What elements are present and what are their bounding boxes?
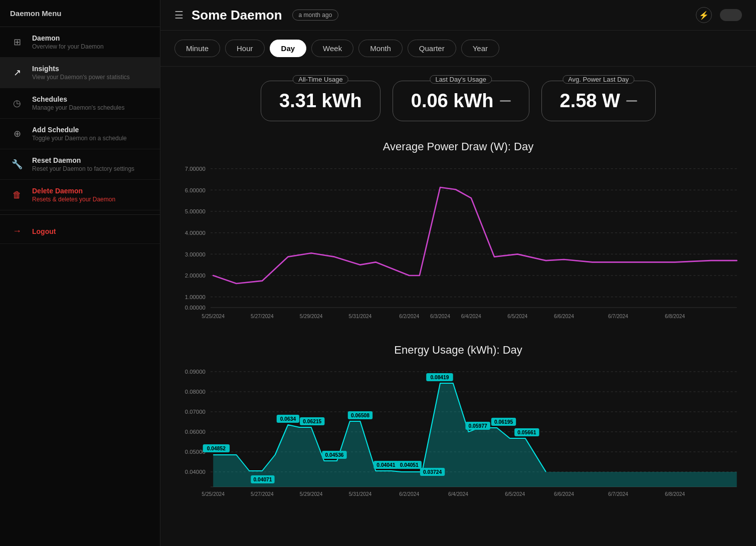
stat-label-avg-power-last-day: Avg. Power Last Day bbox=[562, 75, 634, 84]
time-tabs-container: MinuteHourDayWeekMonthQuarterYear bbox=[160, 31, 756, 67]
svg-text:0.05000: 0.05000 bbox=[185, 449, 206, 455]
tab-minute[interactable]: Minute bbox=[174, 40, 220, 57]
stats-row: All-Time Usage 3.31 kWh Last Day's Usage… bbox=[160, 67, 756, 135]
power-draw-chart-section: Average Power Draw (W): Day 7.00000 6.00… bbox=[174, 140, 742, 324]
svg-text:6/3/2024: 6/3/2024 bbox=[430, 314, 450, 319]
sidebar-item-sublabel-insights: View your Daemon's power statistics bbox=[32, 74, 130, 81]
stat-card-all-time-usage: All-Time Usage 3.31 kWh bbox=[261, 81, 381, 121]
svg-text:1.00000: 1.00000 bbox=[185, 294, 206, 300]
svg-text:6/7/2024: 6/7/2024 bbox=[608, 491, 628, 497]
sidebar-item-sublabel-add-schedule: Toggle your Daemon on a schedule bbox=[32, 135, 127, 142]
delete-daemon-icon: 🗑 bbox=[10, 190, 24, 200]
svg-text:0.06508: 0.06508 bbox=[351, 413, 369, 418]
power-draw-chart-title: Average Power Draw (W): Day bbox=[174, 140, 742, 153]
svg-text:0.05977: 0.05977 bbox=[469, 423, 487, 429]
page-title: Some Daemon bbox=[192, 8, 282, 23]
svg-text:0.04000: 0.04000 bbox=[185, 469, 206, 475]
energy-usage-chart: 0.09000 0.08000 0.07000 0.06000 0.05000 … bbox=[174, 367, 742, 507]
sidebar-item-sublabel-daemon: Overview for your Daemon bbox=[32, 43, 104, 50]
energy-usage-chart-title: Energy Usage (kWh): Day bbox=[174, 344, 742, 357]
charts-container: Average Power Draw (W): Day 7.00000 6.00… bbox=[160, 135, 756, 546]
power-button[interactable]: ⚡ bbox=[696, 7, 712, 23]
sidebar: Daemon Menu ⊞ Daemon Overview for your D… bbox=[0, 0, 160, 546]
svg-text:6/4/2024: 6/4/2024 bbox=[461, 314, 481, 319]
sidebar-item-schedules[interactable]: ◷ Schedules Manage your Daemon's schedul… bbox=[0, 88, 160, 119]
sidebar-title: Daemon Menu bbox=[0, 0, 160, 27]
svg-text:0.06215: 0.06215 bbox=[303, 419, 321, 424]
svg-text:0.07000: 0.07000 bbox=[185, 409, 206, 415]
energy-usage-svg: 0.09000 0.08000 0.07000 0.06000 0.05000 … bbox=[174, 367, 742, 507]
svg-text:5/25/2024: 5/25/2024 bbox=[202, 491, 225, 497]
svg-text:6/2/2024: 6/2/2024 bbox=[399, 314, 419, 319]
svg-text:5/27/2024: 5/27/2024 bbox=[251, 314, 274, 319]
svg-text:0.05661: 0.05661 bbox=[517, 430, 536, 435]
svg-text:6/6/2024: 6/6/2024 bbox=[554, 491, 574, 497]
svg-text:0.04536: 0.04536 bbox=[325, 452, 343, 458]
svg-text:6/5/2024: 6/5/2024 bbox=[507, 314, 527, 319]
svg-text:5/31/2024: 5/31/2024 bbox=[349, 491, 372, 497]
main-content: ☰ Some Daemon a month ago ⚡ MinuteHourDa… bbox=[160, 0, 756, 546]
sidebar-item-label-insights: Insights bbox=[32, 65, 130, 73]
svg-text:6/8/2024: 6/8/2024 bbox=[665, 314, 685, 319]
power-draw-svg: 7.00000 6.00000 5.00000 4.00000 3.00000 … bbox=[174, 163, 742, 324]
svg-text:5/25/2024: 5/25/2024 bbox=[202, 314, 225, 319]
daemon-icon: ⊞ bbox=[10, 37, 24, 48]
sidebar-item-add-schedule[interactable]: ⊕ Add Schedule Toggle your Daemon on a s… bbox=[0, 119, 160, 149]
sidebar-item-sublabel-schedules: Manage your Daemon's schedules bbox=[32, 104, 124, 111]
tab-week[interactable]: Week bbox=[311, 40, 353, 57]
tab-hour[interactable]: Hour bbox=[225, 40, 265, 57]
svg-text:5/29/2024: 5/29/2024 bbox=[300, 314, 323, 319]
sidebar-item-daemon[interactable]: ⊞ Daemon Overview for your Daemon bbox=[0, 27, 160, 58]
svg-text:0.04852: 0.04852 bbox=[207, 446, 226, 451]
sidebar-item-label-delete-daemon: Delete Daemon bbox=[32, 187, 115, 195]
svg-text:2.00000: 2.00000 bbox=[185, 272, 206, 279]
svg-text:0.04051: 0.04051 bbox=[400, 462, 419, 468]
svg-text:5/31/2024: 5/31/2024 bbox=[349, 314, 372, 319]
header: ☰ Some Daemon a month ago ⚡ bbox=[160, 0, 756, 31]
tab-year[interactable]: Year bbox=[461, 40, 499, 57]
svg-text:0.08419: 0.08419 bbox=[430, 375, 449, 380]
sidebar-item-delete-daemon[interactable]: 🗑 Delete Daemon Resets & deletes your Da… bbox=[0, 180, 160, 210]
svg-text:5/29/2024: 5/29/2024 bbox=[300, 491, 323, 497]
sidebar-item-insights[interactable]: ↗ Insights View your Daemon's power stat… bbox=[0, 58, 160, 88]
svg-text:0.06195: 0.06195 bbox=[494, 419, 513, 425]
svg-text:6/7/2024: 6/7/2024 bbox=[608, 314, 628, 319]
svg-text:3.00000: 3.00000 bbox=[185, 251, 206, 257]
svg-text:5.00000: 5.00000 bbox=[185, 208, 206, 214]
sidebar-divider bbox=[0, 214, 160, 215]
add-schedule-icon: ⊕ bbox=[10, 128, 24, 139]
svg-text:4.00000: 4.00000 bbox=[185, 230, 206, 236]
stat-label-all-time-usage: All-Time Usage bbox=[293, 75, 348, 84]
stat-value-all-time-usage: 3.31 kWh bbox=[279, 90, 362, 112]
toggle-switch[interactable] bbox=[720, 9, 742, 21]
svg-text:0.06000: 0.06000 bbox=[185, 429, 206, 435]
svg-text:0.08000: 0.08000 bbox=[185, 389, 206, 395]
insights-icon: ↗ bbox=[10, 67, 24, 78]
stat-label-last-day-usage: Last Day's Usage bbox=[430, 75, 491, 84]
power-draw-chart: 7.00000 6.00000 5.00000 4.00000 3.00000 … bbox=[174, 163, 742, 324]
svg-text:0.0634: 0.0634 bbox=[280, 416, 296, 422]
svg-text:7.00000: 7.00000 bbox=[185, 166, 206, 172]
stat-value-avg-power-last-day: 2.58 W bbox=[560, 90, 637, 112]
svg-text:5/27/2024: 5/27/2024 bbox=[251, 491, 274, 497]
sidebar-item-label-logout: Logout bbox=[32, 227, 56, 235]
svg-text:6.00000: 6.00000 bbox=[185, 187, 206, 193]
stat-card-last-day-usage: Last Day's Usage 0.06 kWh bbox=[393, 81, 529, 121]
svg-text:6/4/2024: 6/4/2024 bbox=[448, 491, 468, 497]
energy-usage-chart-section: Energy Usage (kWh): Day 0.09000 0.08000 … bbox=[174, 344, 742, 507]
reset-daemon-icon: 🔧 bbox=[10, 159, 24, 170]
svg-text:0.03724: 0.03724 bbox=[423, 469, 442, 475]
stat-card-avg-power-last-day: Avg. Power Last Day 2.58 W bbox=[541, 81, 656, 121]
tab-day[interactable]: Day bbox=[270, 40, 307, 57]
tab-quarter[interactable]: Quarter bbox=[408, 40, 456, 57]
svg-text:6/5/2024: 6/5/2024 bbox=[505, 491, 525, 497]
sidebar-item-sublabel-reset-daemon: Reset your Daemon to factory settings bbox=[32, 165, 134, 172]
svg-text:0.04071: 0.04071 bbox=[253, 477, 272, 482]
sidebar-item-reset-daemon[interactable]: 🔧 Reset Daemon Reset your Daemon to fact… bbox=[0, 149, 160, 180]
stat-dash-last-day-usage bbox=[500, 100, 511, 102]
sidebar-item-label-daemon: Daemon bbox=[32, 34, 104, 42]
menu-icon[interactable]: ☰ bbox=[174, 9, 183, 21]
sidebar-item-logout[interactable]: → Logout bbox=[0, 219, 160, 244]
time-badge: a month ago bbox=[292, 10, 339, 21]
tab-month[interactable]: Month bbox=[358, 40, 403, 57]
